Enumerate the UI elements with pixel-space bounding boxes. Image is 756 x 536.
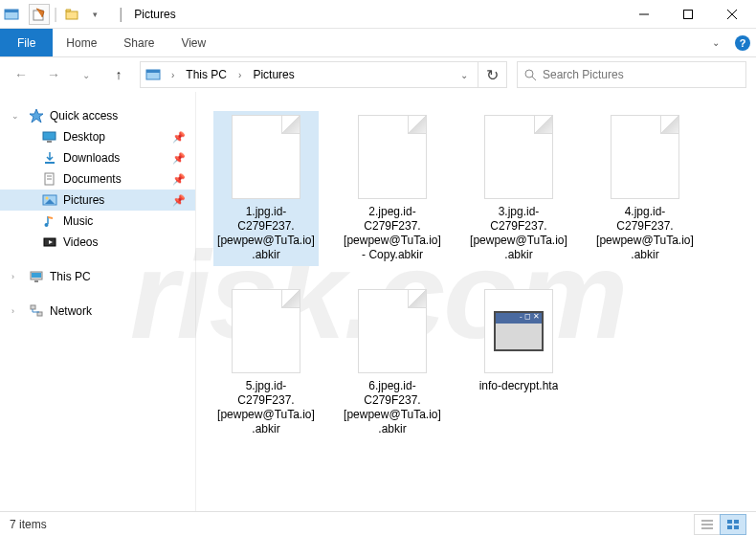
view-largeicons-button[interactable]: [720, 514, 746, 535]
svg-line-12: [532, 77, 536, 80]
pin-icon: 📌: [172, 194, 186, 207]
refresh-button[interactable]: ↻: [478, 61, 507, 88]
qat-properties-button[interactable]: [29, 4, 50, 25]
sidebar-item-label: Videos: [63, 235, 98, 249]
downloads-icon: [42, 150, 57, 166]
file-icon: [232, 115, 300, 199]
file-list[interactable]: 1.jpg.id-C279F237.[pewpew@TuTa.io].abkir…: [196, 92, 756, 511]
ribbon-expand-button[interactable]: ⌄: [702, 29, 729, 56]
svg-rect-1: [5, 10, 18, 12]
sidebar-item-music[interactable]: Music: [0, 211, 195, 232]
qat-newfolder-button[interactable]: [61, 4, 82, 25]
sidebar-item-label: This PC: [50, 270, 91, 283]
sidebar-item-documents[interactable]: Documents 📌: [0, 168, 195, 190]
svg-rect-30: [37, 312, 42, 316]
nav-back-button[interactable]: ←: [10, 63, 33, 86]
ribbon-tab-share[interactable]: Share: [110, 29, 167, 56]
svg-rect-34: [727, 520, 732, 524]
ribbon-tab-view[interactable]: View: [167, 29, 219, 56]
breadcrumb-chevron[interactable]: ›: [167, 70, 178, 80]
breadcrumb-bar[interactable]: › This PC › Pictures ⌄: [140, 61, 478, 88]
navigation-pane: ⌄ Quick access Desktop 📌 Downloads 📌 Doc…: [0, 92, 196, 511]
sidebar-item-desktop[interactable]: Desktop 📌: [0, 126, 195, 147]
file-item[interactable]: 4.jpg.id-C279F237.[pewpew@TuTa.io].abkir: [592, 111, 698, 266]
svg-rect-36: [727, 525, 732, 529]
maximize-button[interactable]: [666, 1, 710, 28]
status-bar: 7 items: [0, 511, 756, 536]
svg-point-11: [525, 70, 533, 78]
file-name: 6.jpeg.id-C279F237.[pewpew@TuTa.io].abki…: [344, 379, 441, 436]
svg-rect-29: [31, 305, 35, 309]
file-icon: [358, 115, 427, 199]
file-icon: [484, 115, 553, 199]
help-button[interactable]: ?: [729, 29, 756, 56]
sidebar-thispc[interactable]: › This PC: [0, 266, 195, 287]
file-tab[interactable]: File: [0, 29, 53, 56]
nav-recent-dropdown[interactable]: ⌄: [75, 63, 98, 86]
breadcrumb-thispc[interactable]: This PC: [184, 68, 229, 81]
file-item[interactable]: - ◻ ✕info-decrypt.hta: [466, 285, 571, 440]
file-icon: [611, 115, 679, 199]
svg-marker-4: [66, 10, 71, 11]
svg-rect-27: [32, 273, 41, 278]
chevron-down-icon: ⌄: [11, 111, 19, 121]
sidebar-item-label: Documents: [63, 172, 122, 186]
main-panel: ⌄ Quick access Desktop 📌 Downloads 📌 Doc…: [0, 92, 756, 511]
sidebar-item-label: Music: [63, 214, 93, 228]
svg-marker-13: [30, 109, 43, 123]
search-box[interactable]: [517, 61, 746, 88]
window-icon: [2, 5, 21, 24]
file-name: 1.jpg.id-C279F237.[pewpew@TuTa.io].abkir: [217, 205, 315, 262]
sidebar-item-label: Downloads: [63, 151, 120, 165]
status-text: 7 items: [10, 518, 47, 531]
file-name: 2.jpeg.id-C279F237.[pewpew@TuTa.io] - Co…: [344, 205, 441, 262]
title-separator: |: [119, 6, 122, 23]
ribbon: File Home Share View ⌄ ?: [0, 29, 756, 57]
file-item[interactable]: 5.jpg.id-C279F237.[pewpew@TuTa.io].abkir: [213, 285, 319, 440]
close-button[interactable]: [710, 1, 754, 28]
svg-point-21: [46, 197, 49, 200]
search-icon: [523, 68, 537, 81]
svg-rect-3: [66, 11, 78, 19]
file-item[interactable]: 6.jpeg.id-C279F237.[pewpew@TuTa.io].abki…: [340, 285, 445, 440]
breadcrumb-dropdown[interactable]: ⌄: [455, 70, 474, 80]
svg-rect-28: [34, 280, 38, 282]
sidebar-item-label: Pictures: [63, 193, 104, 207]
pin-icon: 📌: [172, 173, 186, 186]
sidebar-item-downloads[interactable]: Downloads 📌: [0, 147, 195, 168]
breadcrumb-pictures[interactable]: Pictures: [251, 68, 296, 81]
svg-rect-35: [734, 520, 739, 524]
svg-rect-14: [43, 132, 56, 140]
svg-rect-6: [684, 10, 693, 18]
title-bar: | ▾ | Pictures: [0, 0, 756, 29]
nav-forward-button[interactable]: →: [42, 63, 65, 86]
sidebar-quick-access[interactable]: ⌄ Quick access: [0, 105, 195, 126]
documents-icon: [42, 171, 57, 187]
ribbon-tab-home[interactable]: Home: [53, 29, 110, 56]
star-icon: [29, 108, 44, 123]
view-details-button[interactable]: [694, 514, 721, 535]
computer-icon: [29, 269, 44, 284]
svg-rect-16: [45, 162, 55, 164]
sidebar-item-pictures[interactable]: Pictures 📌: [0, 190, 195, 211]
file-item[interactable]: 1.jpg.id-C279F237.[pewpew@TuTa.io].abkir: [213, 111, 319, 266]
nav-up-button[interactable]: ↑: [107, 63, 130, 86]
svg-rect-37: [734, 525, 739, 529]
sidebar-network[interactable]: › Network: [0, 301, 195, 322]
breadcrumb-chevron[interactable]: ›: [234, 70, 245, 80]
sidebar-item-videos[interactable]: Videos: [0, 232, 195, 253]
location-icon: [145, 66, 162, 83]
minimize-button[interactable]: [622, 1, 666, 28]
file-name: 5.jpg.id-C279F237.[pewpew@TuTa.io].abkir: [217, 379, 315, 436]
qat-dropdown[interactable]: ▾: [84, 4, 105, 25]
svg-point-23: [45, 223, 49, 227]
file-item[interactable]: 2.jpeg.id-C279F237.[pewpew@TuTa.io] - Co…: [340, 111, 445, 266]
sidebar-item-label: Quick access: [50, 109, 118, 123]
music-icon: [42, 213, 57, 229]
search-input[interactable]: [543, 68, 740, 81]
svg-rect-15: [47, 141, 52, 143]
videos-icon: [42, 234, 57, 250]
pin-icon: 📌: [172, 131, 186, 144]
hta-icon: - ◻ ✕: [484, 289, 553, 373]
file-item[interactable]: 3.jpg.id-C279F237.[pewpew@TuTa.io].abkir: [466, 111, 571, 266]
